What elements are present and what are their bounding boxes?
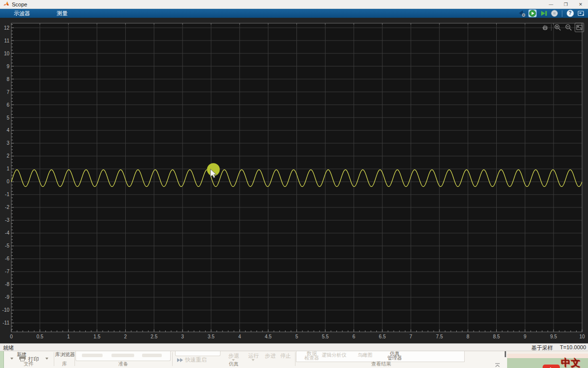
library-browser-button[interactable]: 库浏览器 [55, 351, 75, 358]
data-inspector-label: 数据 检查器 [304, 351, 319, 361]
svg-text:7: 7 [409, 334, 412, 339]
svg-text:0: 0 [10, 334, 13, 339]
svg-text:-2: -2 [5, 204, 9, 210]
svg-text:11: 11 [4, 38, 10, 43]
svg-text:-10: -10 [2, 307, 10, 313]
plot-hover-toolbar [540, 23, 584, 32]
step-back-button[interactable]: 步退 [228, 352, 239, 360]
svg-text:4.5: 4.5 [265, 334, 272, 339]
ribbon-group-prepare: 准备 [75, 351, 172, 368]
data-inspector-button[interactable]: 数据 检查器 [300, 351, 324, 360]
desktop-edge-strip [0, 351, 4, 368]
window-edge-notch [505, 351, 506, 357]
svg-text:10: 10 [4, 51, 10, 56]
birds-eye-button[interactable]: 鸟瞰图 [358, 352, 372, 359]
print-dropdown-caret[interactable] [45, 358, 48, 360]
ribbon-group-review-results: 数据 检查器 逻辑分析仪 鸟瞰图 仿真 管理器 查看结果 [296, 351, 466, 368]
watermark: php 中文网 [543, 357, 588, 368]
matlab-logo-icon [3, 1, 9, 7]
svg-text:-5: -5 [5, 243, 9, 248]
zoom-out-icon[interactable] [564, 23, 573, 32]
svg-text:-6: -6 [5, 256, 9, 261]
svg-text:9.5: 9.5 [550, 334, 557, 339]
ribbon-group-file: 新建 打印 文件 [4, 351, 53, 368]
group-label-library: 库 [55, 361, 74, 368]
highlight-in-model-icon[interactable] [577, 9, 585, 17]
svg-text:6.5: 6.5 [379, 334, 386, 339]
ribbon-group-library: 库浏览器 库 [55, 351, 74, 368]
svg-text:1: 1 [67, 334, 70, 339]
svg-text:7.5: 7.5 [436, 334, 443, 339]
group-label-review-results: 查看结果 [296, 361, 466, 368]
simulink-ribbon-partial: 新建 打印 文件 库浏览器 库 准备 [0, 351, 588, 368]
run-button-ribbon[interactable]: 运行 [248, 352, 259, 360]
scope-chart[interactable]: 00.511.522.533.544.555.566.577.588.599.5… [0, 18, 588, 343]
ribbon-separator [295, 352, 295, 366]
svg-text:-9: -9 [5, 294, 9, 300]
svg-text:8: 8 [6, 77, 9, 82]
group-label-prepare: 准备 [75, 361, 172, 368]
run-button[interactable] [528, 9, 537, 17]
ribbon-group-simulation: 快速重启 步退 运行 步进 停止 仿真 [173, 351, 294, 368]
sim-manager-label: 仿真 管理器 [387, 351, 402, 361]
svg-text:6: 6 [6, 102, 9, 108]
svg-text:8.5: 8.5 [493, 334, 500, 339]
svg-text:9: 9 [6, 64, 9, 69]
step-forward-button[interactable] [539, 9, 548, 17]
search-field-partial [175, 351, 220, 356]
svg-text:3: 3 [181, 334, 184, 339]
svg-text:0: 0 [6, 179, 9, 184]
close-button[interactable]: ✕ [573, 0, 588, 9]
svg-text:4: 4 [6, 127, 9, 133]
ghost-button [142, 354, 162, 357]
svg-text:3.5: 3.5 [208, 334, 215, 339]
svg-text:-8: -8 [5, 282, 9, 287]
svg-text:4: 4 [238, 334, 241, 339]
maximize-button[interactable]: ❐ [558, 0, 573, 9]
tool-separator [551, 24, 551, 31]
svg-text:5: 5 [6, 115, 9, 121]
help-glyph: ? [568, 11, 571, 16]
stop-button[interactable] [550, 9, 558, 17]
collapse-ribbon-icon[interactable] [494, 363, 501, 368]
minimize-button[interactable]: — [544, 0, 558, 9]
svg-text:3: 3 [6, 140, 9, 146]
watermark-text: 中文网 [561, 357, 588, 368]
svg-text:2: 2 [124, 334, 127, 339]
status-bar: 就绪 基于采样 T=10.0000 [0, 343, 588, 351]
logic-analyzer-button[interactable]: 逻辑分析仪 [322, 352, 346, 359]
menu-bar: 示波器 测量 [0, 9, 588, 18]
zoom-in-icon[interactable] [553, 23, 562, 32]
svg-text:7: 7 [6, 89, 9, 95]
stop-button-ribbon[interactable]: 停止 [280, 352, 291, 360]
ghost-button [82, 354, 103, 357]
scope-plot-area[interactable]: 00.511.522.533.544.555.566.577.588.599.5… [0, 18, 588, 343]
scope-window: Scope — ❐ ✕ 示波器 测量 [0, 0, 588, 368]
svg-text:12: 12 [4, 25, 10, 31]
svg-text:-3: -3 [5, 217, 9, 223]
ghost-button [111, 354, 134, 357]
step-back-settings-icon[interactable] [517, 9, 526, 17]
svg-text:5.5: 5.5 [322, 334, 329, 339]
svg-text:-7: -7 [5, 269, 9, 274]
help-button[interactable]: ? [566, 9, 574, 17]
fit-to-view-icon[interactable] [575, 23, 584, 32]
step-forward-button-ribbon[interactable]: 步进 [265, 352, 276, 360]
menu-tab-measure[interactable]: 测量 [54, 9, 71, 18]
svg-text:6: 6 [352, 334, 355, 339]
sim-manager-button[interactable]: 仿真 管理器 [382, 351, 407, 360]
watermark-badge: php [543, 365, 560, 368]
svg-text:8: 8 [467, 334, 470, 339]
ribbon-separator [54, 352, 54, 366]
menu-tab-oscilloscope[interactable]: 示波器 [11, 9, 33, 18]
new-dropdown-caret[interactable] [10, 358, 13, 360]
svg-text:1: 1 [6, 166, 9, 171]
group-label-simulation: 仿真 [173, 361, 294, 368]
group-label-file: 文件 [4, 361, 53, 368]
svg-text:-4: -4 [5, 230, 9, 236]
svg-text:2.5: 2.5 [150, 334, 157, 339]
svg-text:1.5: 1.5 [94, 334, 101, 339]
pan-icon[interactable] [540, 23, 550, 32]
svg-text:2: 2 [6, 153, 9, 159]
title-bar: Scope — ❐ ✕ [0, 0, 588, 9]
